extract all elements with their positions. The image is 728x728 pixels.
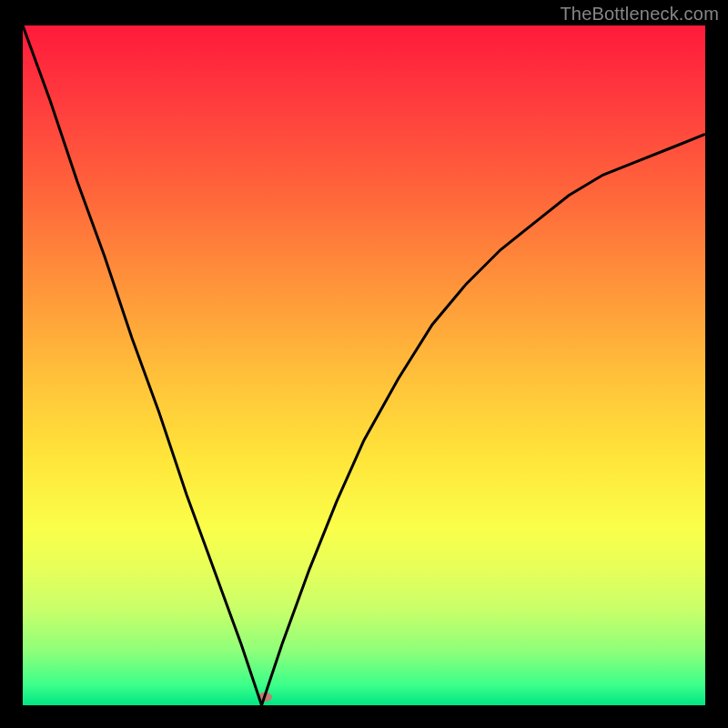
curve-path	[23, 25, 705, 705]
chart-frame	[23, 25, 705, 705]
bottleneck-curve	[23, 25, 705, 705]
watermark-text: TheBottleneck.com	[560, 4, 719, 25]
